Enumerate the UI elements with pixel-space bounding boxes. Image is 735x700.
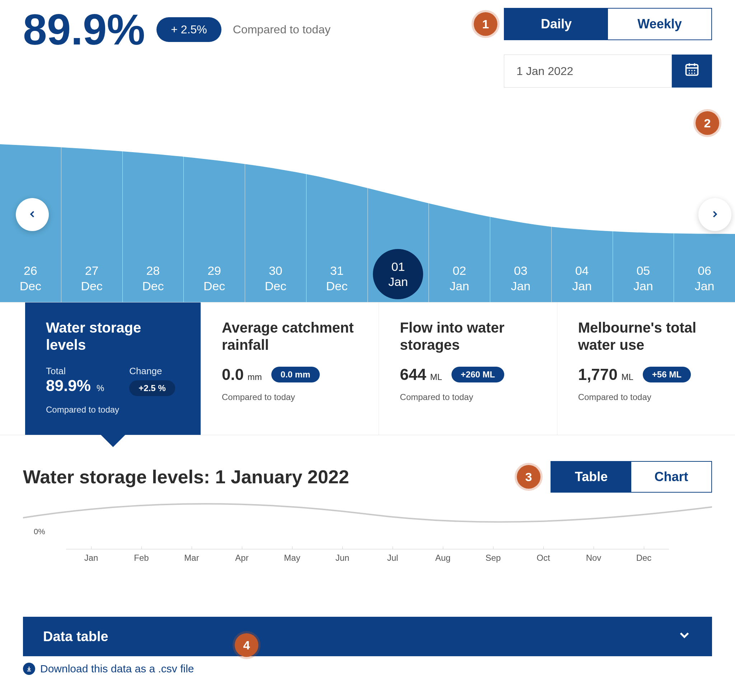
day-label: 27Dec bbox=[61, 263, 122, 294]
metric-cards: Water storage levelsTotal89.9% %Change+2… bbox=[0, 302, 735, 435]
step-badge-1: 1 bbox=[474, 12, 498, 36]
card-value: 0.0 mm bbox=[222, 366, 262, 384]
data-table-accordion[interactable]: Data table bbox=[23, 617, 712, 656]
day-label: 02Jan bbox=[429, 263, 490, 294]
month-tick: Jun bbox=[317, 549, 367, 563]
metric-card[interactable]: Average catchment rainfall0.0 mm0.0 mmCo… bbox=[201, 303, 379, 435]
download-row: Download this data as a .csv file 4 bbox=[23, 663, 712, 675]
month-tick: Feb bbox=[116, 549, 166, 563]
accordion-label: Data table bbox=[43, 629, 108, 644]
svg-point-9 bbox=[694, 72, 695, 74]
current-percentage: 89.9% bbox=[23, 8, 145, 51]
day-label: 03Jan bbox=[490, 263, 551, 294]
year-axis-chart: 0% JanFebMarAprMayJunJulAugSepOctNovDec bbox=[23, 513, 712, 563]
step-badge-4: 4 bbox=[235, 633, 258, 657]
detail-title: Water storage levels: 1 January 2022 bbox=[23, 466, 349, 488]
day-label: 29Dec bbox=[184, 263, 245, 294]
delta-badge: + 2.5% bbox=[156, 17, 221, 42]
chevron-down-icon bbox=[677, 628, 692, 646]
svg-point-4 bbox=[689, 70, 690, 71]
card-compared: Compared to today bbox=[46, 405, 180, 415]
chevron-right-icon bbox=[710, 206, 720, 223]
month-tick: Nov bbox=[569, 549, 619, 563]
day-column[interactable]: 29Dec bbox=[184, 94, 245, 302]
toggle-weekly-button[interactable]: Weekly bbox=[608, 9, 711, 40]
month-tick: Sep bbox=[468, 549, 518, 563]
day-area-chart: 26Dec27Dec28Dec29Dec30Dec31Dec01Jan02Jan… bbox=[0, 94, 735, 302]
date-input[interactable]: 1 Jan 2022 bbox=[504, 54, 672, 88]
svg-point-7 bbox=[689, 72, 690, 74]
step-badge-3: 3 bbox=[517, 465, 541, 489]
y-axis-label: 0% bbox=[34, 527, 45, 537]
card-delta-pill: 0.0 mm bbox=[271, 367, 320, 382]
day-column[interactable]: 05Jan bbox=[613, 94, 675, 302]
table-chart-toggle: Table Chart bbox=[551, 461, 712, 493]
svg-point-5 bbox=[691, 70, 693, 71]
day-label: 31Dec bbox=[306, 263, 367, 294]
month-tick: Mar bbox=[166, 549, 217, 563]
card-delta-pill: +56 ML bbox=[643, 367, 691, 382]
month-tick: Jan bbox=[66, 549, 116, 563]
card-value: 1,770 ML bbox=[578, 366, 633, 384]
day-column[interactable]: 02Jan bbox=[429, 94, 490, 302]
download-label: Download this data as a .csv file bbox=[40, 663, 194, 675]
compared-label: Compared to today bbox=[233, 23, 330, 36]
step-badge-2: 2 bbox=[695, 111, 719, 135]
month-tick: Aug bbox=[418, 549, 468, 563]
toggle-daily-button[interactable]: Daily bbox=[505, 9, 608, 40]
toggle-table-button[interactable]: Table bbox=[551, 462, 631, 492]
metric-card[interactable]: Flow into water storages644 ML+260 MLCom… bbox=[379, 303, 557, 435]
date-picker: 1 Jan 2022 bbox=[504, 54, 712, 88]
svg-point-6 bbox=[694, 70, 695, 71]
calendar-button[interactable] bbox=[672, 54, 712, 88]
day-label: 01Jan bbox=[373, 249, 423, 299]
card-compared: Compared to today bbox=[578, 392, 714, 402]
metric-card[interactable]: Water storage levelsTotal89.9% %Change+2… bbox=[25, 303, 201, 435]
day-column[interactable]: 30Dec bbox=[245, 94, 306, 302]
month-tick: Oct bbox=[518, 549, 569, 563]
day-label: 26Dec bbox=[0, 263, 61, 294]
day-label: 28Dec bbox=[123, 263, 184, 294]
day-column[interactable]: 31Dec bbox=[306, 94, 368, 302]
day-column[interactable]: 27Dec bbox=[61, 94, 123, 302]
card-delta-pill: +2.5 % bbox=[129, 380, 175, 396]
card-sublabel: Total bbox=[46, 366, 104, 377]
day-label: 05Jan bbox=[613, 263, 674, 294]
card-value: 89.9% % bbox=[46, 377, 104, 395]
card-sublabel: Change bbox=[129, 366, 175, 377]
card-delta-pill: +260 ML bbox=[451, 367, 504, 382]
calendar-icon bbox=[684, 61, 700, 81]
month-tick: Dec bbox=[619, 549, 669, 563]
day-column[interactable]: 28Dec bbox=[123, 94, 184, 302]
card-title: Melbourne's total water use bbox=[578, 319, 714, 353]
svg-point-8 bbox=[691, 72, 693, 74]
card-compared: Compared to today bbox=[222, 392, 358, 402]
chevron-left-icon bbox=[27, 206, 38, 223]
card-title: Water storage levels bbox=[46, 319, 180, 353]
day-column[interactable]: 01Jan bbox=[368, 94, 429, 302]
card-title: Flow into water storages bbox=[400, 319, 536, 353]
month-tick: May bbox=[267, 549, 317, 563]
metric-card[interactable]: Melbourne's total water use1,770 ML+56 M… bbox=[557, 303, 735, 435]
prev-day-button[interactable] bbox=[16, 198, 49, 231]
next-day-button[interactable] bbox=[698, 198, 731, 231]
day-label: 06Jan bbox=[674, 263, 735, 294]
day-label: 04Jan bbox=[552, 263, 613, 294]
month-tick: Jul bbox=[367, 549, 418, 563]
toggle-chart-button[interactable]: Chart bbox=[631, 462, 711, 492]
card-title: Average catchment rainfall bbox=[222, 319, 358, 353]
day-column[interactable]: 04Jan bbox=[552, 94, 613, 302]
day-column[interactable]: 03Jan bbox=[490, 94, 552, 302]
download-icon bbox=[23, 663, 35, 675]
card-value: 644 ML bbox=[400, 366, 442, 384]
month-tick: Apr bbox=[217, 549, 267, 563]
header: 89.9% + 2.5% Compared to today 1 Daily W… bbox=[0, 0, 735, 94]
download-csv-link[interactable]: Download this data as a .csv file bbox=[23, 663, 194, 675]
card-compared: Compared to today bbox=[400, 392, 536, 402]
detail-section: Water storage levels: 1 January 2022 3 T… bbox=[0, 435, 735, 577]
daily-weekly-toggle: Daily Weekly bbox=[504, 8, 712, 40]
day-label: 30Dec bbox=[245, 263, 306, 294]
